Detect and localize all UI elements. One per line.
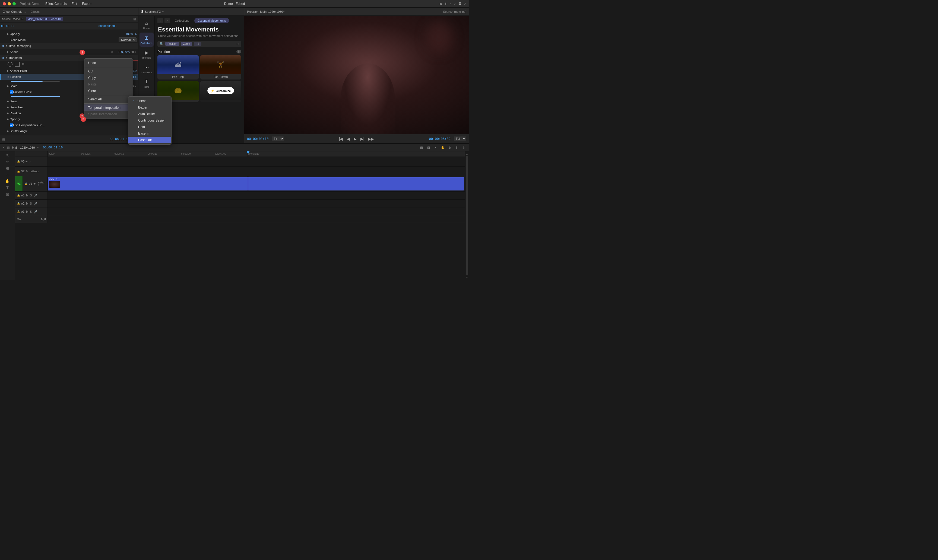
quality-select[interactable]: Full Half <box>454 137 466 141</box>
play-btn[interactable]: ▶ <box>353 136 358 142</box>
maximize-button[interactable] <box>12 2 16 5</box>
speed-row[interactable]: ▶ Speed ⏱ 100,00% ◀◆▶ <box>0 49 138 55</box>
v3-lock[interactable]: 🔒 <box>17 160 20 163</box>
submenu-linear[interactable]: ✓ Linear <box>128 98 171 104</box>
timeline-timecode: 00:00:01:10 <box>43 146 63 149</box>
search-tag-zoom[interactable]: Zoom <box>181 42 193 46</box>
rotation-expand: ▶ <box>6 111 10 115</box>
tool-slip[interactable]: ↔ <box>6 172 9 177</box>
tool-arrow[interactable]: ↖ <box>6 153 9 157</box>
minimize-button[interactable] <box>8 2 11 5</box>
submenu-auto-bezier[interactable]: Auto Bezier <box>128 111 171 117</box>
menu-item-clear[interactable]: Clear <box>85 88 133 94</box>
timeline-close-icon[interactable]: ✕ <box>2 146 5 149</box>
tool-extract[interactable]: ⇧ <box>461 145 467 151</box>
submenu-continuous-bezier[interactable]: Continuous Bezier <box>128 117 171 124</box>
shutter-angle-row[interactable]: ▶ Shutter Angle 0,00 <box>0 128 138 134</box>
sidebar-item-collections[interactable]: ⊞ Collections <box>140 32 154 47</box>
tool-camera[interactable]: ⊞ <box>6 192 9 197</box>
v2-label: 🔒 V2 👁 Video 2 <box>15 166 48 176</box>
step-fwd-btn[interactable]: ▶| <box>359 136 366 142</box>
menu-effect-controls[interactable]: Effect Controls <box>45 2 66 6</box>
step-back-btn[interactable]: ◀ <box>346 136 351 142</box>
timeline-scrollbar[interactable]: ▲ ▼ <box>465 151 469 280</box>
tool-zoom[interactable]: ⊕ <box>447 145 453 151</box>
uniform-scale-checkbox[interactable] <box>10 90 13 94</box>
tool-lift[interactable]: ⬆ <box>454 145 460 151</box>
a2-lock[interactable]: 🔒 <box>17 202 20 205</box>
source-clip[interactable]: Main_1920x1080 · Video 01 <box>26 17 63 21</box>
sidebar-item-transitions-label: Transitions <box>140 71 152 74</box>
v2-clip-name: Video 2 <box>31 170 39 173</box>
tab-effects[interactable]: Effects <box>28 10 42 13</box>
v3-eye[interactable]: 👁 <box>26 160 28 163</box>
scroll-up-icon: ▲ <box>466 152 468 155</box>
effect-controls-ruler: 00:00:00 00:00;05;00 <box>0 23 138 30</box>
menu-item-temporal[interactable]: Temporal Interpolation › <box>85 105 133 111</box>
sidebar-item-texts[interactable]: T Texts <box>140 77 154 91</box>
close-button[interactable] <box>3 2 6 5</box>
menu-export[interactable]: Export <box>82 2 91 6</box>
linear-label: Linear <box>137 99 146 103</box>
menu-item-select-all[interactable]: Select All <box>85 96 133 103</box>
nav-next[interactable]: › <box>165 18 170 23</box>
play-backward-btn[interactable]: |◀ <box>338 136 344 142</box>
menu-edit[interactable]: Edit <box>72 2 77 6</box>
v1-eye[interactable]: 👁 <box>33 182 36 185</box>
submenu-ease-out[interactable]: Ease Out <box>128 137 171 143</box>
fx-card-customize[interactable]: ⚡ Customize <box>200 81 242 102</box>
sidebar-item-transitions[interactable]: ⋯ Transitions <box>140 62 154 76</box>
tab-collections[interactable]: Collections <box>171 18 193 23</box>
tool-select2[interactable]: ⬟ <box>6 166 9 171</box>
blend-mode-select[interactable]: Normal <box>119 37 137 42</box>
search-tag-extra[interactable]: +2 <box>194 42 201 46</box>
opacity-label: Opacity <box>10 32 120 35</box>
menu-item-paste[interactable]: Paste <box>85 81 133 88</box>
tab-essential-movements[interactable]: Essential Movements <box>194 18 229 23</box>
menu-item-undo[interactable]: Undo <box>85 60 133 66</box>
tool-hand[interactable]: ✋ <box>440 145 446 151</box>
tool-razor[interactable]: ✂ <box>433 145 439 151</box>
tool-hand2[interactable]: ✋ <box>5 179 10 183</box>
tool-select[interactable]: ⊞ <box>419 145 425 151</box>
time-remapping-header[interactable]: fx ▼ Time Remapping <box>0 43 138 49</box>
menu-item-copy[interactable]: Copy <box>85 75 133 81</box>
track-v2: 🔒 V2 👁 Video 2 <box>15 166 465 176</box>
search-tag-position[interactable]: Position <box>165 42 179 46</box>
blend-mode-row[interactable]: Blend Mode Normal <box>0 37 138 43</box>
a1-lock[interactable]: 🔒 <box>17 194 20 197</box>
tool-ripple[interactable]: ⊟ <box>425 145 431 151</box>
use-composition-checkbox[interactable] <box>10 123 13 127</box>
fx-card-pan-down[interactable]: 🏋 Pan - Down <box>200 55 242 80</box>
tr-label: Time Remapping <box>8 44 137 48</box>
opacity-row[interactable]: ▶ Opacity 100,0 % <box>0 31 138 37</box>
pan-down-preview: 🏋 <box>200 55 242 74</box>
speed-stopwatch: ⏱ <box>111 51 114 54</box>
tool-pen[interactable]: ✏ <box>6 160 9 164</box>
submenu-bezier[interactable]: Bezier <box>128 104 171 111</box>
search-bar[interactable]: 🔍 Position Zoom +2 ⊟ <box>157 41 241 47</box>
v1-lock[interactable]: 🔒 <box>25 182 28 185</box>
tool-type[interactable]: T <box>6 186 9 190</box>
v2-lock[interactable]: 🔒 <box>17 170 20 173</box>
menu-item-cut[interactable]: Cut <box>85 68 133 75</box>
submenu-hold[interactable]: Hold <box>128 124 171 130</box>
check-linear: ✓ <box>132 99 135 103</box>
play-forward-btn[interactable]: ▶▶ <box>367 136 375 142</box>
sidebar-item-home[interactable]: ⌂ Home <box>140 18 154 32</box>
cut-label: Cut <box>88 69 93 73</box>
filter-icon[interactable]: ⊟ <box>236 42 239 46</box>
menu-sep-3 <box>85 103 133 104</box>
menu-project[interactable]: Project: Demo <box>20 2 40 6</box>
menu-item-spatial[interactable]: Spatial Interpolation › <box>85 111 133 117</box>
fx-card-pan-top[interactable]: 🏙 Pan - Top <box>157 55 199 80</box>
submenu-ease-in[interactable]: Ease In <box>128 130 171 137</box>
v2-name: V2 <box>21 170 25 173</box>
v2-eye[interactable]: 👁 <box>26 170 28 173</box>
a3-lock[interactable]: 🔒 <box>17 210 20 213</box>
video01-clip[interactable]: Video 01 <box>48 177 464 191</box>
use-composition-row[interactable]: Use Composition's Sh... <box>0 122 138 128</box>
sidebar-item-tutorials[interactable]: ▶ Tutorials <box>140 47 154 61</box>
fit-select[interactable]: Fit Full <box>272 137 284 141</box>
nav-prev[interactable]: ‹ <box>157 18 163 23</box>
